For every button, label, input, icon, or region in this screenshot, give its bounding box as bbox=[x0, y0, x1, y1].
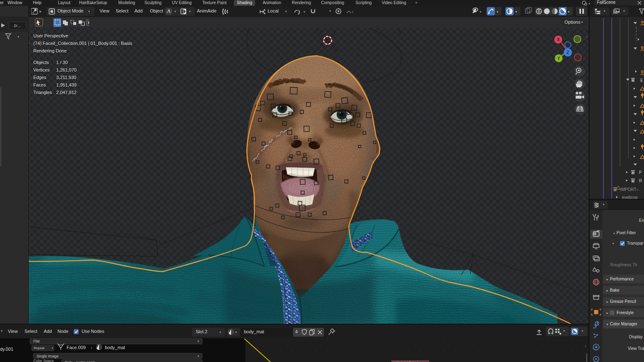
svg-text:▾: ▾ bbox=[197, 339, 199, 343]
svg-text:Face.009: Face.009 bbox=[67, 345, 86, 350]
svg-text:Role - matte paint: Role - matte paint bbox=[65, 360, 95, 362]
svg-text:▾: ▾ bbox=[568, 10, 569, 14]
svg-text:R: R bbox=[639, 179, 642, 183]
svg-text:›: › bbox=[91, 345, 92, 350]
svg-text:‹: ‹ bbox=[586, 35, 587, 39]
svg-text:IMPORT–: IMPORT– bbox=[620, 187, 639, 192]
svg-text:‹: ‹ bbox=[585, 344, 586, 348]
svg-text:X: X bbox=[557, 37, 560, 42]
svg-text:▾: ▾ bbox=[329, 9, 331, 13]
svg-text:▾: ▾ bbox=[197, 354, 199, 358]
svg-text:P: P bbox=[639, 170, 642, 175]
svg-text:▾: ▾ bbox=[303, 10, 305, 14]
svg-text:Single Image: Single Image bbox=[37, 354, 59, 358]
svg-text:▾: ▾ bbox=[497, 10, 498, 14]
svg-text:Z: Z bbox=[567, 50, 569, 55]
svg-text:body_mat: body_mat bbox=[105, 345, 125, 350]
svg-text:E: E bbox=[640, 78, 643, 83]
svg-text:Flat: Flat bbox=[33, 339, 40, 343]
svg-text:Repeat: Repeat bbox=[34, 346, 45, 350]
svg-text:▾: ▾ bbox=[480, 10, 481, 14]
svg-text:▾: ▾ bbox=[17, 35, 19, 39]
svg-text:eyebrow: eyebrow bbox=[622, 195, 638, 199]
svg-text:Color Space: Color Space bbox=[33, 359, 54, 362]
svg-text:Y: Y bbox=[557, 56, 560, 61]
svg-text:▾: ▾ bbox=[515, 10, 517, 14]
svg-text:dy.001: dy.001 bbox=[0, 347, 13, 352]
svg-text:▾: ▾ bbox=[52, 347, 53, 350]
svg-text:▾: ▾ bbox=[352, 10, 353, 13]
svg-text:▾: ▾ bbox=[589, 2, 590, 5]
